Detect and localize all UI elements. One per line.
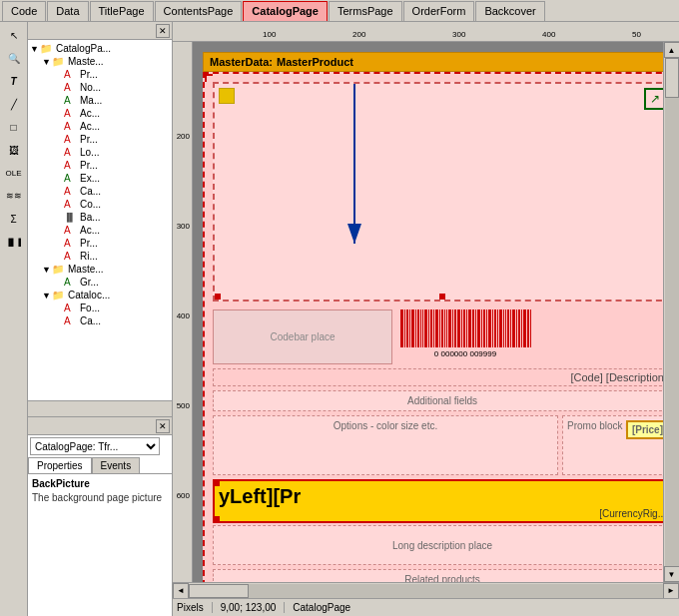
sum-tool[interactable]: Σ <box>3 208 25 230</box>
tree-label: Pr... <box>80 69 98 80</box>
list-item[interactable]: A Ma... <box>30 94 170 107</box>
tree-close-btn[interactable]: ✕ <box>156 24 170 38</box>
scroll-right-btn[interactable]: ► <box>663 583 679 599</box>
list-item[interactable]: A Ac... <box>30 107 170 120</box>
scroll-down-btn[interactable]: ▼ <box>664 566 680 582</box>
zoom-tool[interactable]: 🔍 <box>3 47 25 69</box>
ruler-mark-300: 300 <box>452 30 465 39</box>
text-red-icon: A <box>64 160 78 171</box>
tab-backcover[interactable]: Backcover <box>475 1 544 21</box>
master-product-label: MasterProduct <box>277 56 353 68</box>
tab-catalogpage[interactable]: CatalogPage <box>243 1 328 21</box>
ruler-mark-50: 50 <box>632 30 641 39</box>
barcode-row: Codebar place <box>213 309 663 364</box>
folder-icon: 📁 <box>52 56 66 67</box>
tab-bar: Code Data TitlePage ContentsPage Catalog… <box>0 0 679 22</box>
list-item[interactable]: A Pr... <box>30 68 170 81</box>
line-tool[interactable]: ╱ <box>3 93 25 115</box>
list-item[interactable]: A No... <box>30 81 170 94</box>
tree-panel: ✕ ▼ 📁 CatalogPa... ▼ 📁 Maste... <box>28 22 172 416</box>
tab-termspage[interactable]: TermsPage <box>329 1 402 21</box>
tree-label: Maste... <box>68 264 104 275</box>
page-dropdown[interactable]: CatalogPage: Tfr... <box>30 437 160 455</box>
list-item[interactable]: A Fo... <box>30 302 170 314</box>
h-scroll-thumb[interactable] <box>189 584 249 598</box>
prop-tabs: Properties Events <box>28 457 172 474</box>
v-scrollbar[interactable]: ▲ ▼ <box>663 42 679 582</box>
tab-code[interactable]: Code <box>2 1 46 21</box>
tab-data[interactable]: Data <box>47 1 88 21</box>
image-tool[interactable]: 🖼 <box>3 139 25 161</box>
ole-tool[interactable]: OLE <box>3 162 25 184</box>
list-item[interactable]: A Pr... <box>30 159 170 172</box>
rect-tool[interactable]: □ <box>3 116 25 138</box>
barcode-tool[interactable]: ▐▌▐ <box>3 231 25 253</box>
status-bar: Pixels 9,00; 123,00 CatalogPage <box>173 598 679 616</box>
list-item[interactable]: A Ac... <box>30 120 170 133</box>
list-item[interactable]: ▼ 📁 Maste... <box>30 263 170 276</box>
list-item[interactable]: A Pr... <box>30 133 170 146</box>
catalog-page-content: ↗ <box>203 72 663 582</box>
corner-marker-bl <box>215 294 221 300</box>
tab-orderform[interactable]: OrderForm <box>403 1 475 21</box>
tree-label: Ba... <box>80 212 101 223</box>
h-scroll-track[interactable] <box>189 584 663 598</box>
scroll-left-btn[interactable]: ◄ <box>173 583 189 599</box>
text-red-icon: A <box>64 121 78 132</box>
wave-tool[interactable]: ≋≋ <box>3 185 25 207</box>
scroll-track[interactable] <box>665 58 679 566</box>
corner-tl-marker <box>205 74 213 82</box>
price-corner-tl <box>214 480 220 486</box>
list-item[interactable]: A Ri... <box>30 250 170 263</box>
tab-properties[interactable]: Properties <box>28 457 92 473</box>
tab-titlepage[interactable]: TitlePage <box>90 1 154 21</box>
tree-label: Ac... <box>80 225 100 236</box>
h-scrollbar[interactable]: ◄ ► <box>173 582 679 598</box>
tab-events[interactable]: Events <box>92 457 141 473</box>
list-item[interactable]: A Gr... <box>30 276 170 289</box>
tree-label: Fo... <box>80 303 100 313</box>
list-item[interactable]: A Ex... <box>30 172 170 185</box>
list-item[interactable]: A Lo... <box>30 146 170 159</box>
list-item[interactable]: ▼ 📁 Cataloc... <box>30 289 170 302</box>
price-currency-area: yLeft][Pr [CurrencyRig... <box>213 479 663 523</box>
tree-label: Maste... <box>68 56 104 67</box>
external-link-icon[interactable]: ↗ <box>644 88 663 110</box>
text-red-icon: A <box>64 186 78 197</box>
folder-icon: 📁 <box>52 264 66 275</box>
list-item[interactable]: A Ca... <box>30 185 170 198</box>
tab-contentspage[interactable]: ContentsPage <box>155 1 243 21</box>
canvas-scroll: 200 300 400 500 600 MasterData: MasterPr… <box>173 42 679 582</box>
text-tool[interactable]: T <box>3 70 25 92</box>
scroll-up-btn[interactable]: ▲ <box>664 42 680 58</box>
text-green-icon: A <box>64 277 78 288</box>
folder-icon: 📁 <box>40 43 54 54</box>
text-red-icon: A <box>64 199 78 210</box>
tree-container[interactable]: ▼ 📁 CatalogPa... ▼ 📁 Maste... A <box>28 40 172 400</box>
canvas-content[interactable]: MasterData: MasterProduct <box>193 42 663 582</box>
list-item[interactable]: A Ac... <box>30 224 170 237</box>
list-item[interactable]: ▼ 📁 CatalogPa... <box>30 42 170 55</box>
property-description: The background page picture <box>32 491 168 504</box>
text-green-icon: A <box>64 173 78 184</box>
tree-label: CatalogPa... <box>56 43 111 54</box>
properties-close-btn[interactable]: ✕ <box>156 419 170 433</box>
list-item[interactable]: ▐▌ Ba... <box>30 211 170 224</box>
scroll-thumb[interactable] <box>665 58 679 98</box>
list-item[interactable]: A Co... <box>30 198 170 211</box>
ruler-left-mark-200: 200 <box>177 132 190 141</box>
cursor-tool[interactable]: ↖ <box>3 24 25 46</box>
text-red-icon: A <box>64 108 78 119</box>
list-item[interactable]: ▼ 📁 Maste... <box>30 55 170 68</box>
tree-label: Ri... <box>80 251 98 262</box>
list-item[interactable]: A Pr... <box>30 237 170 250</box>
tree-label: No... <box>80 82 101 93</box>
currency-label: [CurrencyRig... <box>599 508 663 519</box>
codebar-place: Codebar place <box>213 309 392 364</box>
code-description: [Code] [Description] <box>213 368 663 386</box>
list-item[interactable]: A Ca... <box>30 314 170 327</box>
main-layout: ↖ 🔍 T ╱ □ 🖼 OLE ≋≋ Σ ▐▌▐ ✕ ▼ 📁 <box>0 22 679 616</box>
tree-label: Pr... <box>80 160 98 171</box>
page-wrapper: MasterData: MasterProduct <box>203 52 663 582</box>
ruler-mark-400: 400 <box>542 30 555 39</box>
